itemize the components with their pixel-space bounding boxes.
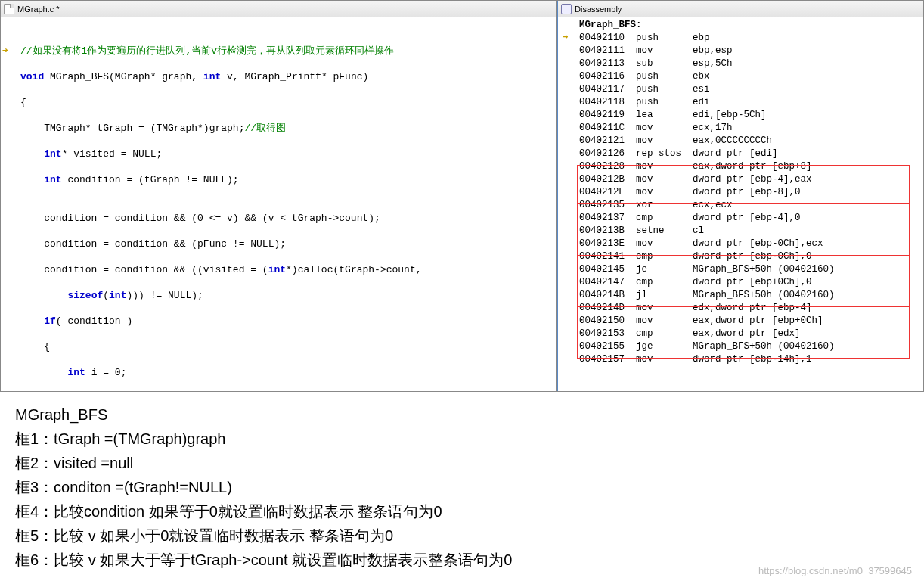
disasm-row[interactable]: 00402155 jge MGraph_BFS+50h (00402160) (558, 340, 923, 353)
editor-tab-bar: MGraph.c * (1, 1, 556, 17)
disassembly-pane: Disassembly ➜ MGraph_BFS: 00402110 push … (557, 1, 923, 391)
disasm-row[interactable]: 00402150 mov eax,dword ptr [ebp+0Ch] (558, 315, 923, 328)
disasm-row[interactable]: 00402118 push edi (558, 96, 923, 109)
disasm-tab-bar: Disassembly (558, 1, 923, 17)
disasm-row[interactable]: 00402137 cmp dword ptr [ebp-4],0 (558, 212, 923, 225)
disasm-row[interactable]: 00402113 sub esp,5Ch (558, 57, 923, 70)
disasm-row[interactable]: 00402110 push ebp (558, 32, 923, 45)
watermark: https://blog.csdn.net/m0_37599645 (758, 565, 912, 576)
disasm-label: MGraph_BFS: (558, 19, 923, 32)
current-line-arrow-icon: ➜ (2, 45, 8, 57)
disasm-row[interactable]: 00402141 cmp dword ptr [ebp-0Ch],0 (558, 250, 923, 263)
disasm-row[interactable]: 0040212B mov dword ptr [ebp-4],eax (558, 173, 923, 186)
disasm-row[interactable]: 00402128 mov eax,dword ptr [ebp+8] (558, 160, 923, 173)
disasm-row[interactable]: 0040213B setne cl (558, 225, 923, 238)
disassembly-icon (561, 4, 572, 14)
disasm-row[interactable]: 00402117 push esi (558, 83, 923, 96)
disasm-row[interactable]: 00402157 mov dword ptr [ebp-14h],1 (558, 353, 923, 366)
disasm-tab-title[interactable]: Disassembly (575, 5, 622, 14)
disasm-row[interactable]: 00402116 push ebx (558, 70, 923, 83)
code-area[interactable]: ➜ //如果没有将i作为要遍历的行进队列,当前v行检测完，再从队列取元素循环同样… (1, 17, 556, 391)
disasm-row[interactable]: 00402111 mov ebp,esp (558, 45, 923, 57)
note-line: 框2：visited =null (15, 451, 910, 475)
disasm-row[interactable]: 00402119 lea edi,[ebp-5Ch] (558, 109, 923, 122)
annotation-notes: MGraph_BFS 框1：tGraph =(TMGraph)graph 框2：… (0, 392, 924, 584)
comment: //如果没有将i作为要遍历的行进队列,当前v行检测完，再从队列取元素循环同样操作 (20, 45, 394, 57)
source-editor-pane: MGraph.c * ➜ //如果没有将i作为要遍历的行进队列,当前v行检测完，… (1, 1, 557, 391)
disasm-row[interactable]: 0040214D mov edx,dword ptr [ebp-4] (558, 302, 923, 315)
current-instruction-arrow-icon: ➜ (563, 32, 569, 45)
disasm-row[interactable]: 00402121 mov eax,0CCCCCCCCh (558, 135, 923, 148)
note-line: MGraph_BFS (15, 402, 910, 427)
disasm-row[interactable]: 0040213E mov dword ptr [ebp-0Ch],ecx (558, 238, 923, 250)
disasm-row[interactable]: 00402147 cmp dword ptr [ebp+0Ch],0 (558, 276, 923, 289)
disasm-row[interactable]: 00402153 cmp eax,dword ptr [edx] (558, 328, 923, 340)
disasm-row[interactable]: 00402145 je MGraph_BFS+50h (00402160) (558, 263, 923, 276)
disassembly-area[interactable]: ➜ MGraph_BFS: 00402110 push ebp00402111 … (558, 17, 923, 391)
disasm-row[interactable]: 00402135 xor ecx,ecx (558, 199, 923, 212)
disasm-row[interactable]: 0040211C mov ecx,17h (558, 122, 923, 135)
note-line: 框3：conditon =(tGraph!=NULL) (15, 475, 910, 499)
note-line: 框1：tGraph =(TMGraph)graph (15, 427, 910, 451)
disasm-row[interactable]: 0040212E mov dword ptr [ebp-8],0 (558, 186, 923, 199)
disasm-row[interactable]: 0040214B jl MGraph_BFS+50h (00402160) (558, 289, 923, 302)
file-icon (4, 4, 14, 14)
note-line: 框4：比较condition 如果等于0就设置临时数据表示 整条语句为0 (15, 499, 910, 523)
editor-tab-title[interactable]: MGraph.c * (17, 5, 60, 14)
disasm-row[interactable]: 00402126 rep stos dword ptr [edi] (558, 148, 923, 160)
note-line: 框5：比较 v 如果小于0就设置临时数据表示 整条语句为0 (15, 523, 910, 548)
